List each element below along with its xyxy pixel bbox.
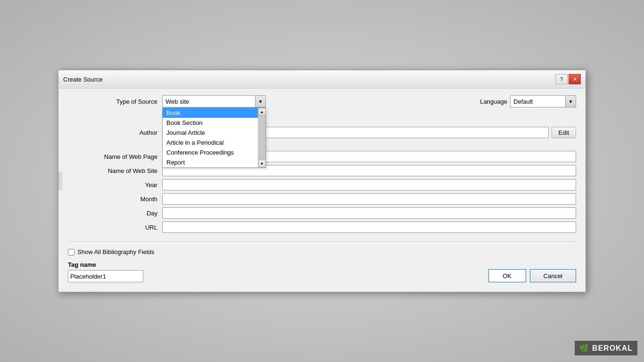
close-button[interactable]: ✕ — [569, 74, 581, 84]
show-all-row: Show All Bibliography Fields — [68, 248, 154, 255]
source-select-value: Web site — [165, 98, 189, 105]
day-label: Day — [68, 210, 162, 217]
dropdown-item-book[interactable]: Book — [163, 108, 258, 118]
watermark-leaf-icon: 🌿 — [579, 344, 589, 353]
source-dropdown-list: Book Book Section Journal Article Articl… — [162, 107, 266, 168]
bottom-section: Show All Bibliography Fields Tag name OK… — [68, 241, 576, 282]
bottom-row-flex: Show All Bibliography Fields Tag name OK… — [68, 248, 576, 282]
scroll-down-button[interactable]: ▼ — [258, 160, 266, 167]
day-row: Day — [68, 207, 576, 219]
language-value: Default — [513, 98, 533, 105]
month-row: Month — [68, 193, 576, 205]
dialog-content: Type of Source Web site ▼ Book Book Sect… — [58, 89, 586, 292]
dropdown-item-report[interactable]: Report — [163, 157, 258, 167]
type-of-source-label: Type of Source — [68, 98, 162, 105]
tag-name-label: Tag name — [68, 261, 154, 268]
help-button[interactable]: ? — [555, 74, 568, 84]
type-of-source-dropdown[interactable]: Web site ▼ Book Book Section Journal Art… — [162, 95, 266, 107]
dropdown-items: Book Book Section Journal Article Articl… — [163, 108, 258, 167]
year-row: Year — [68, 179, 576, 190]
year-label: Year — [68, 181, 162, 189]
day-input[interactable] — [162, 207, 576, 219]
name-web-page-row: Name of Web Page — [68, 151, 576, 162]
watermark: 🌿 BEROKAL — [575, 341, 637, 355]
title-bar-controls: ? ✕ — [555, 74, 581, 84]
title-bar-left: Create Source — [63, 76, 103, 83]
create-source-dialog: Create Source ? ✕ Type of Source Web sit… — [58, 70, 586, 292]
dropdown-scrollbar: ▲ ▼ — [258, 108, 265, 167]
cancel-button[interactable]: Cancel — [530, 269, 576, 282]
dropdown-item-book-section[interactable]: Book Section — [163, 118, 258, 128]
bottom-left: Show All Bibliography Fields Tag name — [68, 248, 154, 282]
url-input[interactable] — [162, 222, 576, 233]
source-select-display[interactable]: Web site ▼ — [162, 95, 266, 107]
author-label: Author — [68, 129, 162, 136]
url-row: URL — [68, 222, 576, 233]
year-input[interactable] — [162, 179, 576, 190]
edit-button[interactable]: Edit — [552, 127, 576, 138]
buttons-row: OK Cancel — [488, 269, 576, 282]
dropdown-item-article-periodical[interactable]: Article in a Periodical — [163, 138, 258, 148]
language-dropdown-arrow[interactable]: ▼ — [565, 96, 576, 107]
ok-button[interactable]: OK — [488, 269, 526, 282]
biblio-label-row: Bibliography Fields for APA — [68, 112, 576, 124]
show-all-checkbox[interactable] — [68, 249, 74, 255]
tag-section: Tag name — [68, 261, 154, 282]
name-web-site-row: Name of Web Site — [68, 165, 576, 176]
name-web-site-label: Name of Web Site — [68, 167, 162, 174]
watermark-text: BEROKAL — [592, 344, 633, 353]
title-bar: Create Source ? ✕ — [58, 70, 586, 89]
author-row: Author Edit — [68, 127, 576, 138]
dialog-title: Create Source — [63, 76, 103, 83]
top-row: Type of Source Web site ▼ Book Book Sect… — [68, 95, 576, 107]
url-label: URL — [68, 224, 162, 231]
tag-name-input[interactable] — [68, 270, 143, 282]
dropdown-item-conference[interactable]: Conference Proceedings — [163, 148, 258, 157]
resize-handle[interactable] — [58, 172, 62, 190]
language-select[interactable]: Default ▼ — [510, 95, 576, 107]
scroll-up-button[interactable]: ▲ — [258, 108, 266, 115]
show-all-label: Show All Bibliography Fields — [77, 248, 154, 255]
scroll-track — [258, 115, 265, 160]
source-dropdown-arrow[interactable]: ▼ — [255, 96, 265, 107]
language-label: Language — [480, 98, 507, 105]
dropdown-item-journal-article[interactable]: Journal Article — [163, 128, 258, 138]
month-label: Month — [68, 196, 162, 203]
language-section: Language Default ▼ — [480, 95, 576, 107]
corporate-author-row: Corporate Author — [68, 141, 576, 148]
month-input[interactable] — [162, 193, 576, 205]
name-web-page-label: Name of Web Page — [68, 153, 162, 160]
